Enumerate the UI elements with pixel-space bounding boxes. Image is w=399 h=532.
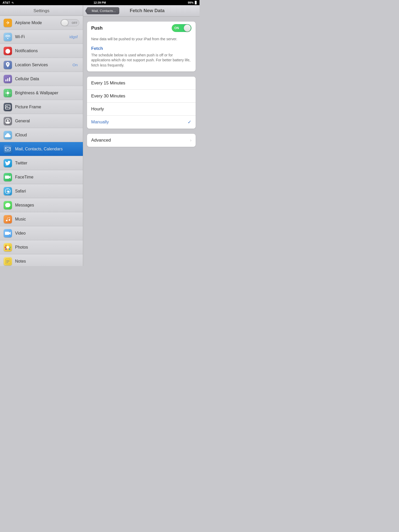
push-description: New data will be pushed to your iPad fro… bbox=[87, 35, 196, 45]
music-label: Music bbox=[15, 217, 79, 222]
advanced-label: Advanced bbox=[91, 138, 190, 143]
video-label: Video bbox=[15, 231, 79, 236]
fetch-option-manually[interactable]: Manually ✓ bbox=[87, 116, 196, 129]
right-panel: Mail, Contacts... Fetch New Data Push ON… bbox=[83, 5, 200, 266]
icloud-icon bbox=[4, 131, 12, 139]
status-time: 12:39 PM bbox=[94, 1, 106, 4]
picture-frame-icon bbox=[4, 103, 12, 111]
nav-bar: Mail, Contacts... Fetch New Data bbox=[83, 5, 200, 17]
svg-point-22 bbox=[5, 245, 7, 246]
sidebar-item-picture-frame[interactable]: Picture Frame bbox=[0, 100, 83, 114]
push-toggle[interactable]: ON bbox=[172, 24, 191, 32]
sidebar-item-messages[interactable]: Messages bbox=[0, 198, 83, 212]
status-right: 99% ▊ bbox=[188, 1, 197, 4]
advanced-row[interactable]: Advanced › bbox=[87, 134, 196, 147]
svg-rect-12 bbox=[5, 147, 10, 151]
nav-back-button[interactable]: Mail, Contacts... bbox=[87, 7, 119, 14]
sidebar-item-general[interactable]: General bbox=[0, 114, 83, 128]
svg-point-17 bbox=[6, 220, 8, 221]
sidebar-item-mail-contacts-calendars[interactable]: Mail, Contacts, Calendars bbox=[0, 142, 83, 156]
svg-rect-1 bbox=[7, 78, 8, 81]
location-value: On bbox=[72, 63, 78, 67]
sidebar-item-video[interactable]: Video bbox=[0, 226, 83, 240]
svg-point-23 bbox=[10, 247, 11, 248]
fetch-option-every-30[interactable]: Every 30 Minutes bbox=[87, 90, 196, 103]
notifications-label: Notifications bbox=[15, 49, 79, 53]
svg-point-18 bbox=[9, 219, 10, 221]
content-area: Push ON New data will be pushed to your … bbox=[83, 17, 200, 266]
brightness-label: Brightness & Wallpaper bbox=[15, 91, 79, 95]
fetch-option-hourly[interactable]: Hourly bbox=[87, 103, 196, 116]
battery-icon: ▊ bbox=[195, 1, 197, 4]
svg-point-20 bbox=[6, 246, 9, 249]
status-bar: AT&T ∿ 12:39 PM 99% ▊ bbox=[0, 0, 200, 5]
messages-icon bbox=[4, 201, 12, 209]
svg-rect-27 bbox=[5, 259, 10, 264]
twitter-icon bbox=[4, 159, 12, 167]
fetch-option-every-15[interactable]: Every 15 Minutes bbox=[87, 77, 196, 90]
svg-point-11 bbox=[7, 119, 9, 121]
fetch-option-every-30-label: Every 30 Minutes bbox=[91, 94, 191, 99]
music-icon bbox=[4, 215, 12, 223]
photos-label: Photos bbox=[15, 245, 79, 250]
sidebar-item-airplane-mode[interactable]: ✈ Airplane Mode OFF bbox=[0, 16, 83, 30]
sidebar-item-music[interactable]: Music bbox=[0, 212, 83, 226]
push-toggle-label: ON bbox=[174, 26, 179, 30]
svg-point-3 bbox=[6, 92, 9, 94]
wifi-icon: ∿ bbox=[11, 1, 14, 4]
notes-icon bbox=[4, 257, 12, 265]
svg-rect-19 bbox=[5, 232, 9, 235]
advanced-chevron-icon: › bbox=[190, 138, 191, 143]
notes-label: Notes bbox=[15, 259, 79, 264]
sidebar-item-wifi[interactable]: Wi-Fi idgsf bbox=[0, 30, 83, 44]
toggle-knob bbox=[61, 19, 68, 26]
cellular-label: Cellular Data bbox=[15, 77, 79, 81]
airplane-mode-toggle[interactable]: OFF bbox=[61, 19, 79, 26]
sidebar-item-notes[interactable]: Notes bbox=[0, 254, 83, 266]
fetch-option-hourly-label: Hourly bbox=[91, 107, 191, 112]
airplane-icon: ✈ bbox=[4, 19, 12, 27]
sidebar-item-twitter[interactable]: Twitter bbox=[0, 156, 83, 170]
facetime-label: FaceTime bbox=[15, 175, 79, 179]
fetch-description: The schedule below is used when push is … bbox=[87, 53, 196, 72]
status-left: AT&T ∿ bbox=[3, 1, 14, 4]
notifications-icon: ⬤ bbox=[4, 47, 12, 55]
sidebar-item-brightness[interactable]: Brightness & Wallpaper bbox=[0, 86, 83, 100]
battery-percent: 99% bbox=[188, 1, 194, 4]
wifi-label: Wi-Fi bbox=[15, 35, 69, 39]
svg-point-21 bbox=[9, 245, 10, 246]
sidebar-item-safari[interactable]: Safari bbox=[0, 184, 83, 198]
push-toggle-knob bbox=[184, 24, 191, 32]
mail-icon bbox=[4, 145, 12, 153]
sidebar-item-photos[interactable]: Photos bbox=[0, 240, 83, 254]
location-label: Location Services bbox=[15, 63, 72, 67]
sidebar-item-facetime[interactable]: FaceTime bbox=[0, 170, 83, 184]
wifi-value: idgsf bbox=[69, 35, 78, 39]
sidebar: Settings ✈ Airplane Mode OFF Wi-Fi idgsf bbox=[0, 5, 83, 266]
photos-icon bbox=[4, 243, 12, 251]
facetime-icon bbox=[4, 173, 12, 181]
sidebar-title: Settings bbox=[0, 5, 83, 16]
cellular-icon bbox=[4, 75, 12, 83]
messages-label: Messages bbox=[15, 203, 79, 208]
fetch-option-manually-label: Manually bbox=[91, 119, 188, 125]
icloud-label: iCloud bbox=[15, 133, 79, 137]
general-label: General bbox=[15, 119, 79, 123]
fetch-heading: Fetch bbox=[87, 45, 196, 53]
app-container: Settings ✈ Airplane Mode OFF Wi-Fi idgsf bbox=[0, 5, 200, 266]
sidebar-item-location-services[interactable]: Location Services On bbox=[0, 58, 83, 72]
mail-label: Mail, Contacts, Calendars bbox=[15, 147, 79, 151]
manually-checkmark: ✓ bbox=[188, 119, 191, 125]
video-icon bbox=[4, 229, 12, 237]
sidebar-item-notifications[interactable]: ⬤ Notifications bbox=[0, 44, 83, 58]
nav-title: Fetch New Data bbox=[122, 8, 172, 14]
brightness-icon bbox=[4, 89, 12, 97]
toggle-off-label: OFF bbox=[72, 21, 77, 24]
svg-rect-8 bbox=[5, 105, 10, 109]
safari-label: Safari bbox=[15, 189, 79, 194]
sidebar-item-icloud[interactable]: iCloud bbox=[0, 128, 83, 142]
safari-icon bbox=[4, 187, 12, 195]
push-label: Push bbox=[91, 25, 172, 31]
airplane-mode-label: Airplane Mode bbox=[15, 21, 61, 25]
sidebar-item-cellular-data[interactable]: Cellular Data bbox=[0, 72, 83, 86]
